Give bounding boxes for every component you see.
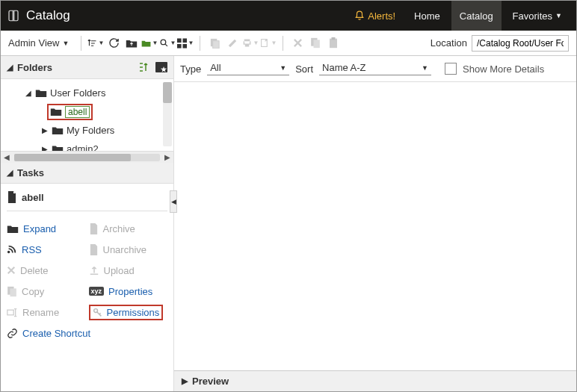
task-copy: Copy [7,283,86,299]
edit-button [224,35,241,52]
task-upload: Upload [89,262,168,279]
tree-label: admin2 [67,143,99,151]
task-label: Properties [108,286,152,297]
tasks-target-label: abell [22,192,44,203]
svg-rect-4 [183,43,188,48]
task-archive: Archive [89,220,168,237]
svg-rect-1 [177,38,182,43]
copy-button [307,35,324,52]
horizontal-scrollbar[interactable]: ◀ ▶ [1,151,173,163]
tree-label-selected: abell [65,106,90,118]
task-label: Unarchive [103,244,147,255]
collapse-caret-icon: ◢ [25,89,32,97]
tree-label: My Folders [67,125,114,136]
delete-button [289,35,306,52]
scroll-left-icon[interactable]: ◀ [1,153,13,161]
task-label: Copy [22,286,44,297]
folder-icon [52,144,64,151]
tasks-body: abell Expand Archive RSS Unarchive [1,184,173,346]
folder-icon [52,125,64,135]
nav-catalog-label: Catalog [460,10,493,22]
chevron-down-icon: ▼ [62,40,69,47]
svg-rect-13 [10,288,16,296]
folder-tree: ◢ User Folders abell ▶ My [1,79,173,151]
collapse-sidebar-handle[interactable]: ◀ [170,190,177,213]
search-button[interactable]: ▼ [159,35,176,52]
xyz-icon: xyz [89,287,105,296]
tree-item-admin2[interactable]: ▶ admin2 [1,140,173,151]
task-expand[interactable]: Expand [7,220,86,237]
sort-value: Name A-Z [322,62,366,73]
task-label: Permissions [107,307,160,318]
rename-icon [7,308,18,317]
paste-button [325,35,342,52]
folders-header[interactable]: ◢ Folders [1,56,173,79]
show-more-checkbox[interactable] [445,63,457,75]
svg-rect-9 [314,40,320,48]
view-grid-button[interactable]: ▼ [177,35,194,52]
sort-button[interactable]: ▼ [87,35,104,52]
svg-rect-14 [7,310,13,315]
alerts-link[interactable]: Alerts! [347,10,403,22]
preview-header[interactable]: ▶ Preview [174,370,576,391]
preview-label: Preview [192,376,229,387]
task-create-shortcut[interactable]: Create Shortcut [7,325,167,341]
sort-dropdown[interactable]: Name A-Z ▼ [319,62,431,75]
separator [200,36,200,51]
chevron-down-icon: ▼ [280,64,286,72]
expand-caret-icon: ▶ [182,376,188,386]
key-icon [93,308,102,317]
svg-point-0 [161,40,167,45]
svg-rect-6 [213,41,219,49]
new-folder-button[interactable]: ▼ [141,35,158,52]
scroll-right-icon[interactable]: ▶ [161,153,173,161]
task-label: Archive [103,223,135,234]
task-unarchive: Unarchive [89,241,168,258]
upload-icon [89,265,99,276]
admin-view-dropdown[interactable]: Admin View ▼ [8,37,75,49]
tree-sync-icon[interactable] [138,60,151,74]
nav-favorites-label: Favorites [513,10,552,22]
nav-catalog[interactable]: Catalog [451,1,502,31]
type-value: All [210,62,220,73]
tree-item-user-folders[interactable]: ◢ User Folders [1,84,173,102]
document-icon [89,223,99,234]
tree-item-abell[interactable]: abell [7,102,173,121]
favorite-folder-icon[interactable] [155,62,167,72]
type-dropdown[interactable]: All ▼ [207,62,289,75]
book-icon [7,9,20,22]
folders-title: Folders [17,62,52,73]
up-folder-button[interactable] [123,35,140,52]
task-delete: Delete [7,262,86,279]
collapse-icon: ◢ [7,63,13,72]
vertical-scrollbar[interactable] [163,82,172,146]
task-label: Upload [104,265,135,276]
location-input[interactable] [472,35,569,52]
svg-rect-10 [330,39,337,48]
task-rss[interactable]: RSS [7,241,86,258]
refresh-button[interactable] [105,35,122,52]
filter-bar: Type All ▼ Sort Name A-Z ▼ Show More Det… [174,56,576,82]
close-icon [7,266,16,275]
nav-home[interactable]: Home [406,1,448,31]
empty-content [174,82,576,370]
location-label: Location [431,37,467,49]
tasks-target: abell [7,188,167,211]
svg-rect-3 [177,43,182,48]
folder-icon [35,88,47,98]
document-icon [89,244,99,255]
export-button: ▼ [260,35,277,52]
tree-item-my-folders[interactable]: ▶ My Folders [1,121,173,140]
folder-icon [50,107,62,116]
link-icon [7,328,18,339]
nav-favorites[interactable]: Favorites ▼ [505,1,570,31]
task-label: RSS [22,244,42,255]
sort-label: Sort [295,63,313,75]
task-rename: Rename [7,304,86,320]
task-properties[interactable]: xyz Properties [89,283,168,299]
svg-rect-2 [183,38,188,43]
tasks-header[interactable]: ◢ Tasks [1,163,173,184]
expand-caret-icon: ▶ [41,145,49,151]
task-permissions[interactable]: Permissions [89,304,168,320]
topbar: Catalog Alerts! Home Catalog Favorites ▼ [1,1,576,31]
